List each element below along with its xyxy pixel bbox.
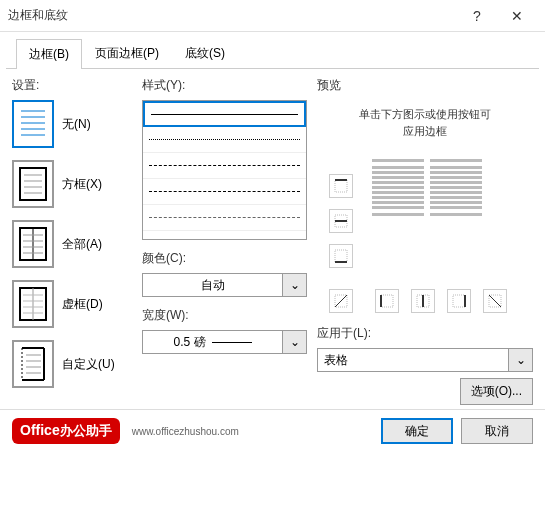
settings-label: 设置: <box>12 77 132 94</box>
color-dropdown[interactable]: 自动 ⌄ <box>142 273 307 297</box>
apply-label: 应用于(L): <box>317 325 533 342</box>
edge-left-button[interactable] <box>375 289 399 313</box>
cancel-button[interactable]: 取消 <box>461 418 533 444</box>
setting-all[interactable]: 全部(A) <box>12 220 132 268</box>
dialog-title: 边框和底纹 <box>8 7 457 24</box>
preview-document[interactable] <box>372 159 482 279</box>
edge-top-button[interactable] <box>329 174 353 198</box>
chevron-down-icon: ⌄ <box>508 349 532 371</box>
edge-diag2-button[interactable] <box>483 289 507 313</box>
color-value: 自动 <box>143 274 282 296</box>
style-dash-dot[interactable] <box>143 205 306 231</box>
preview-label: 预览 <box>317 77 533 94</box>
apply-dropdown[interactable]: 表格 ⌄ <box>317 348 533 372</box>
settings-column: 设置: 无(N) 方框(X) 全部(A) 虚框(D) <box>12 77 132 405</box>
brand-url: www.officezhushou.com <box>132 426 239 437</box>
style-list[interactable] <box>142 100 307 240</box>
apply-group: 应用于(L): 表格 ⌄ <box>317 325 533 372</box>
setting-all-icon <box>12 220 54 268</box>
svg-rect-41 <box>453 295 465 307</box>
footer: Office办公助手 www.officezhushou.com 确定 取消 <box>0 409 545 452</box>
setting-all-label: 全部(A) <box>62 236 102 253</box>
apply-value: 表格 <box>318 349 508 371</box>
setting-box-icon <box>12 160 54 208</box>
setting-none[interactable]: 无(N) <box>12 100 132 148</box>
edge-hmid-button[interactable] <box>329 209 353 233</box>
setting-custom-icon <box>12 340 54 388</box>
svg-line-36 <box>335 295 347 307</box>
style-dashed-fine[interactable] <box>143 153 306 179</box>
setting-box-label: 方框(X) <box>62 176 102 193</box>
preview-column: 预览 单击下方图示或使用按钮可应用边框 <box>317 77 533 405</box>
svg-rect-5 <box>20 168 46 200</box>
options-button[interactable]: 选项(O)... <box>460 378 533 405</box>
setting-grid-label: 虚框(D) <box>62 296 103 313</box>
options-row: 选项(O)... <box>317 378 533 405</box>
close-button[interactable]: ✕ <box>497 0 537 32</box>
width-dropdown[interactable]: 0.5 磅 ⌄ <box>142 330 307 354</box>
svg-rect-37 <box>381 295 393 307</box>
edge-right-button[interactable] <box>447 289 471 313</box>
setting-none-label: 无(N) <box>62 116 91 133</box>
width-value: 0.5 磅 <box>143 331 282 353</box>
color-label: 颜色(C): <box>142 250 307 267</box>
style-column: 样式(Y): 颜色(C): 自动 ⌄ 宽度(W): 0.5 磅 ⌄ <box>142 77 307 405</box>
edge-bottom-button[interactable] <box>329 244 353 268</box>
setting-box[interactable]: 方框(X) <box>12 160 132 208</box>
tab-bar: 边框(B) 页面边框(P) 底纹(S) <box>6 32 539 69</box>
color-group: 颜色(C): 自动 ⌄ <box>142 250 307 297</box>
edge-vmid-button[interactable] <box>411 289 435 313</box>
svg-line-44 <box>489 295 501 307</box>
tab-shading[interactable]: 底纹(S) <box>172 38 238 68</box>
setting-grid[interactable]: 虚框(D) <box>12 280 132 328</box>
preview-hint: 单击下方图示或使用按钮可应用边框 <box>317 106 533 139</box>
preview-area <box>317 149 533 319</box>
chevron-down-icon: ⌄ <box>282 274 306 296</box>
setting-custom-label: 自定义(U) <box>62 356 115 373</box>
chevron-down-icon: ⌄ <box>282 331 306 353</box>
edge-diag-button[interactable] <box>329 289 353 313</box>
setting-none-icon <box>12 100 54 148</box>
content-area: 设置: 无(N) 方框(X) 全部(A) 虚框(D) <box>0 69 545 409</box>
width-group: 宽度(W): 0.5 磅 ⌄ <box>142 307 307 354</box>
setting-grid-icon <box>12 280 54 328</box>
tab-border[interactable]: 边框(B) <box>16 39 82 69</box>
help-button[interactable]: ? <box>457 0 497 32</box>
style-label: 样式(Y): <box>142 77 307 94</box>
width-label: 宽度(W): <box>142 307 307 324</box>
svg-rect-29 <box>335 180 347 192</box>
brand-badge: Office办公助手 <box>12 418 120 444</box>
tab-page-border[interactable]: 页面边框(P) <box>82 38 172 68</box>
titlebar: 边框和底纹 ? ✕ <box>0 0 545 32</box>
style-dashed[interactable] <box>143 179 306 205</box>
style-solid[interactable] <box>143 101 306 127</box>
svg-rect-33 <box>335 250 347 262</box>
style-dotted[interactable] <box>143 127 306 153</box>
setting-custom[interactable]: 自定义(U) <box>12 340 132 388</box>
ok-button[interactable]: 确定 <box>381 418 453 444</box>
